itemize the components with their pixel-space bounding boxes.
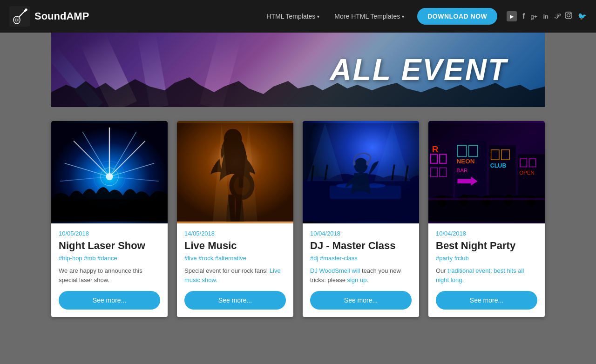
- card-tags-2: #live #rock #alternative: [184, 255, 286, 262]
- card-desc-3: DJ WoodSmell will teach you new tricks: …: [310, 266, 412, 284]
- twitter-icon[interactable]: 🐦: [578, 12, 587, 20]
- social-icons: ▶ f g+ in 𝒫 🐦: [507, 11, 587, 21]
- card-image-1: [51, 121, 168, 223]
- html-templates-link[interactable]: HTML Templates ▾: [261, 10, 325, 23]
- see-more-button-3[interactable]: See more...: [310, 291, 412, 310]
- svg-point-10: [567, 14, 570, 17]
- card-desc-2: Special event for our rock fans! Live mu…: [184, 266, 286, 284]
- download-button[interactable]: DOWNLOAD NOW: [417, 8, 497, 25]
- card-image-4: R NEON BAR CLUB OPEN: [428, 121, 545, 223]
- card-desc-link-4[interactable]: traditional event: best hits all night l…: [436, 267, 524, 283]
- svg-rect-39: [366, 161, 369, 166]
- dj-illustration: [303, 121, 419, 223]
- svg-rect-30: [239, 161, 244, 188]
- facebook-icon[interactable]: f: [522, 12, 525, 20]
- svg-text:BAR: BAR: [457, 168, 468, 173]
- see-more-button-4[interactable]: See more...: [436, 291, 537, 310]
- linkedin-icon[interactable]: in: [543, 13, 549, 20]
- pinterest-icon[interactable]: 𝒫: [554, 12, 559, 20]
- card-desc-1: We are happy to announce this special la…: [59, 266, 160, 284]
- nav-links: HTML Templates ▾ More HTML Templates ▾: [261, 10, 410, 23]
- card-date-2: 14/05/2018: [184, 230, 286, 237]
- brand-name: SoundAMP: [34, 10, 89, 22]
- night-party-illustration: R NEON BAR CLUB OPEN: [428, 121, 545, 223]
- google-plus-icon[interactable]: g+: [531, 13, 538, 20]
- more-templates-link[interactable]: More HTML Templates ▾: [329, 10, 410, 23]
- laser-show-illustration: [51, 121, 168, 223]
- instagram-icon[interactable]: [565, 12, 572, 21]
- card-desc-4: Our traditional event: best hits all nig…: [436, 266, 537, 284]
- card-desc-link-2[interactable]: Live music show.: [184, 267, 281, 283]
- svg-text:CLUB: CLUB: [490, 162, 507, 169]
- card-body-3: 10/04/2018 DJ - Master Class #dj #master…: [303, 223, 419, 317]
- hero-title: ALL EVENT: [330, 53, 508, 87]
- card-tags-1: #hip-hop #mb #dance: [59, 255, 160, 262]
- svg-point-11: [570, 13, 571, 14]
- event-card-1: 10/05/2018 Night Laser Show #hip-hop #mb…: [51, 121, 168, 317]
- svg-point-31: [228, 148, 232, 155]
- card-title-2: Live Music: [184, 240, 286, 252]
- guitar-icon: [9, 6, 30, 27]
- svg-text:OPEN: OPEN: [519, 170, 535, 175]
- navbar: SoundAMP HTML Templates ▾ More HTML Temp…: [0, 0, 596, 33]
- card-image-2: [177, 121, 293, 223]
- card-desc-link-3a[interactable]: DJ WoodSmell will: [310, 267, 360, 274]
- svg-rect-38: [353, 161, 356, 166]
- card-title-4: Best Night Party: [436, 240, 537, 252]
- card-tags-3: #dj #master-class: [310, 255, 412, 262]
- svg-text:R: R: [432, 144, 439, 154]
- svg-rect-9: [565, 12, 572, 19]
- card-title-1: Night Laser Show: [59, 240, 160, 252]
- card-date-1: 10/05/2018: [59, 230, 160, 237]
- card-desc-link-3b[interactable]: sign up.: [347, 276, 368, 283]
- card-body-1: 10/05/2018 Night Laser Show #hip-hop #mb…: [51, 223, 168, 317]
- chevron-down-icon: ▾: [317, 14, 319, 19]
- live-music-illustration: [177, 121, 293, 223]
- see-more-button-1[interactable]: See more...: [59, 291, 160, 310]
- card-image-3: [303, 121, 419, 223]
- svg-point-61: [437, 196, 446, 207]
- see-more-button-2[interactable]: See more...: [184, 291, 286, 310]
- svg-rect-66: [428, 198, 545, 200]
- svg-point-37: [354, 158, 368, 173]
- card-tags-4: #party #club: [436, 255, 537, 262]
- card-title-3: DJ - Master Class: [310, 240, 412, 252]
- brand-logo[interactable]: SoundAMP: [9, 6, 89, 27]
- event-card-2: 14/05/2018 Live Music #live #rock #alter…: [177, 121, 293, 317]
- hero-banner: ALL EVENT: [51, 33, 545, 107]
- card-body-4: 10/04/2018 Best Night Party #party #club…: [428, 223, 545, 317]
- event-card-4: R NEON BAR CLUB OPEN: [428, 121, 545, 317]
- card-date-3: 10/04/2018: [310, 230, 412, 237]
- svg-point-22: [106, 173, 113, 180]
- svg-point-65: [527, 195, 536, 206]
- svg-point-63: [482, 195, 491, 206]
- card-date-4: 10/04/2018: [436, 230, 537, 237]
- card-body-2: 14/05/2018 Live Music #live #rock #alter…: [177, 223, 293, 317]
- chevron-down-icon: ▾: [402, 14, 404, 19]
- svg-text:NEON: NEON: [457, 158, 475, 165]
- cards-section: 10/05/2018 Night Laser Show #hip-hop #mb…: [51, 121, 545, 317]
- youtube-icon[interactable]: ▶: [507, 11, 517, 21]
- event-card-3: 10/04/2018 DJ - Master Class #dj #master…: [303, 121, 419, 317]
